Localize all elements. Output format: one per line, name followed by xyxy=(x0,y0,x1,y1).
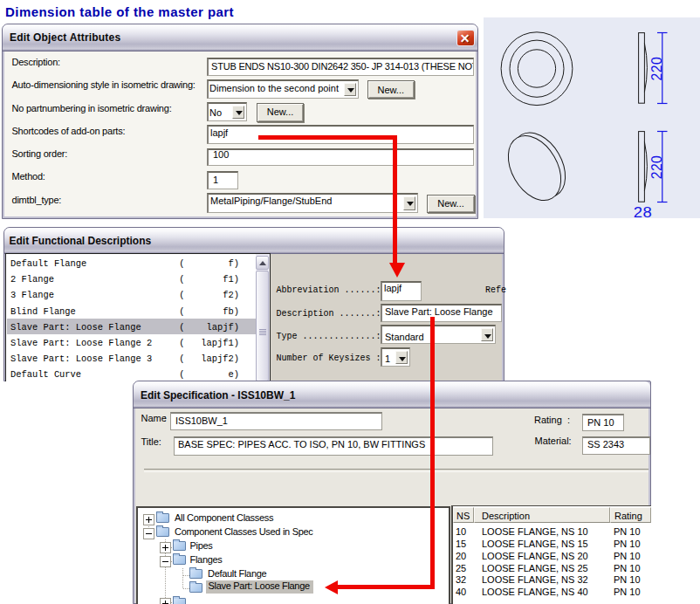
svg-text:28: 28 xyxy=(634,205,653,219)
svg-text:220: 220 xyxy=(649,155,664,180)
svg-text:220: 220 xyxy=(649,57,664,81)
